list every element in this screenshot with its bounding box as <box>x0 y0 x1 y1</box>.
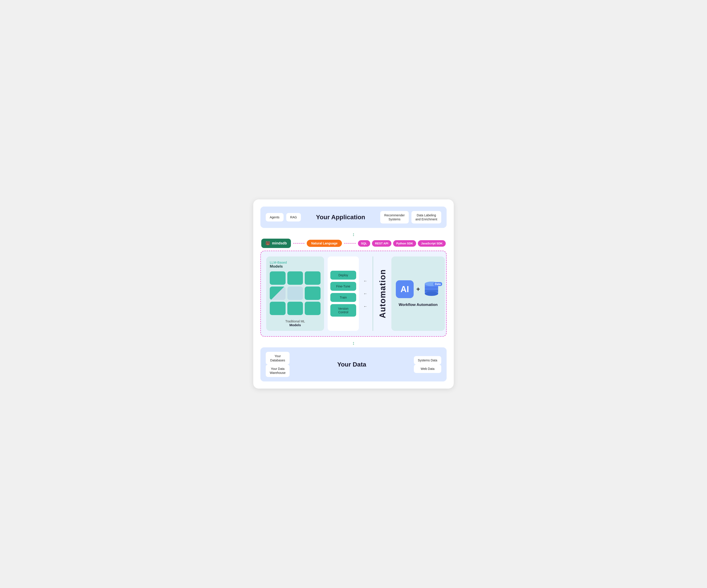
data-labeling-box: Data Labeling and Enrichment <box>411 211 441 224</box>
bottom-left-boxes: Your Databases Your Data Warehouse <box>266 352 290 377</box>
api-pills: SQL REST API Python SDK JavaScript SDK <box>358 240 446 247</box>
model-cell-6 <box>305 287 321 300</box>
data-label: Data <box>433 282 442 286</box>
top-right-boxes: Recommender Systems Data Labeling and En… <box>380 211 441 224</box>
ai-box: AI <box>396 280 414 298</box>
systems-data-box: Systems Data <box>414 356 441 364</box>
arrows-col: ← ← ← <box>362 257 368 331</box>
natural-language-pill: Natural Language <box>307 240 342 247</box>
plus-sign: + <box>416 286 420 293</box>
agents-box: Agents <box>266 213 283 222</box>
your-data-warehouse-box: Your Data Warehouse <box>266 364 290 377</box>
top-section: Agents RAG Your Application Recommender … <box>260 206 447 228</box>
workflow-section: AI + <box>391 257 445 331</box>
mindsdb-label: mindsdb <box>272 241 287 245</box>
fine-tune-button: Fine-Tune <box>330 282 356 291</box>
divider-line <box>373 257 373 331</box>
data-cylinder: Data <box>423 280 440 298</box>
model-cell-7 <box>270 302 285 315</box>
automation-text: Automation <box>378 269 388 318</box>
mindsdb-logo: 🐻 mindsdb <box>261 239 291 248</box>
svg-rect-5 <box>425 290 438 292</box>
arrow-1: ← <box>363 279 367 284</box>
actions-section: Deploy Fine-Tune Train Version Control <box>328 257 359 331</box>
arrow-3: ← <box>363 304 367 309</box>
your-databases-box: Your Databases <box>266 352 290 364</box>
model-cell-1 <box>270 271 285 285</box>
rag-box: RAG <box>286 213 301 222</box>
recommender-box: Recommender Systems <box>380 211 409 224</box>
llm-label: LLM-Based Models <box>270 260 321 269</box>
top-arrow: ↕ <box>260 231 447 237</box>
model-cell-3 <box>305 271 321 285</box>
model-cell-4 <box>270 287 285 300</box>
inner-content: LLM-Based Models Traditional ML Mod <box>266 257 441 331</box>
diagram-wrapper: Agents RAG Your Application Recommender … <box>253 199 454 389</box>
svg-rect-4 <box>425 287 438 289</box>
web-data-box: Web Data <box>414 364 441 373</box>
bottom-arrow: ↕ <box>260 340 447 346</box>
svg-point-2 <box>425 291 438 296</box>
dashed-line-right <box>344 243 356 243</box>
model-cell-2 <box>287 271 303 285</box>
version-control-button: Version Control <box>330 304 356 317</box>
data-title: Your Data <box>290 361 414 368</box>
arrow-2: ← <box>363 291 367 296</box>
main-box: LLM-Based Models Traditional ML Mod <box>260 251 447 337</box>
model-cell-8 <box>287 302 303 315</box>
deploy-button: Deploy <box>330 271 356 280</box>
dashed-line-left <box>293 243 304 243</box>
rest-api-pill: REST API <box>372 240 391 247</box>
python-sdk-pill: Python SDK <box>393 240 416 247</box>
workflow-title: Workflow Automation <box>399 302 438 307</box>
model-grid <box>270 271 321 315</box>
automation-label-col: Automation <box>377 257 388 331</box>
train-button: Train <box>330 293 356 302</box>
top-left-boxes: Agents RAG <box>266 213 301 222</box>
bear-icon: 🐻 <box>265 241 270 246</box>
bottom-right-boxes: Systems Data Web Data <box>414 356 441 373</box>
sql-pill: SQL <box>358 240 370 247</box>
app-title: Your Application <box>301 214 380 221</box>
interface-row: 🐻 mindsdb Natural Language SQL REST API … <box>260 239 447 248</box>
ai-data-box: AI + <box>396 280 440 298</box>
models-section: LLM-Based Models Traditional ML Mod <box>266 257 324 331</box>
model-cell-9 <box>305 302 321 315</box>
model-cell-5 <box>287 287 303 300</box>
bottom-section: Your Databases Your Data Warehouse Your … <box>260 347 447 382</box>
javascript-sdk-pill: JavaScript SDK <box>418 240 446 247</box>
traditional-label: Traditional ML Models <box>270 320 321 327</box>
